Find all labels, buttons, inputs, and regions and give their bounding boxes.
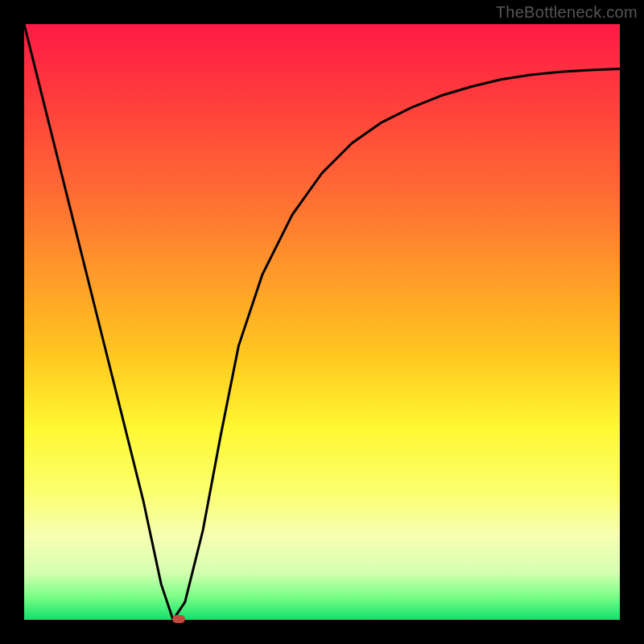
bottleneck-curve bbox=[24, 24, 620, 620]
plot-area bbox=[24, 24, 620, 620]
chart-frame: TheBottleneck.com bbox=[0, 0, 644, 644]
optimal-point-marker bbox=[172, 615, 185, 623]
watermark-text: TheBottleneck.com bbox=[496, 3, 638, 22]
